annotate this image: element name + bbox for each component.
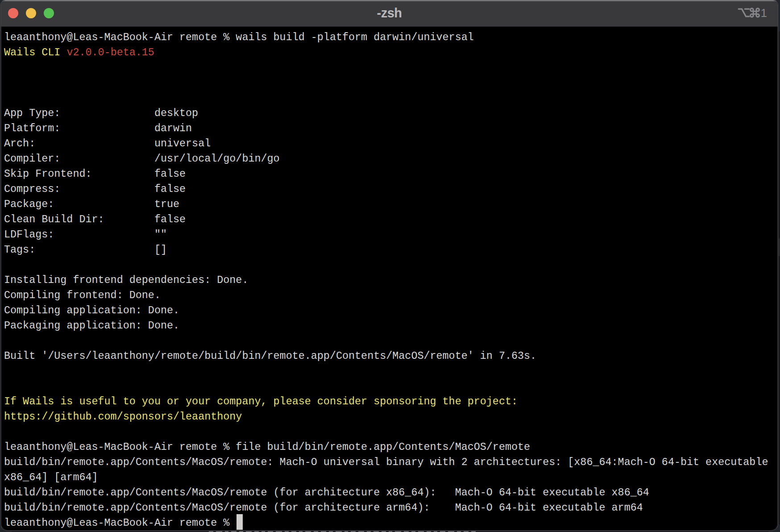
- svg-text:1: 1: [761, 7, 767, 20]
